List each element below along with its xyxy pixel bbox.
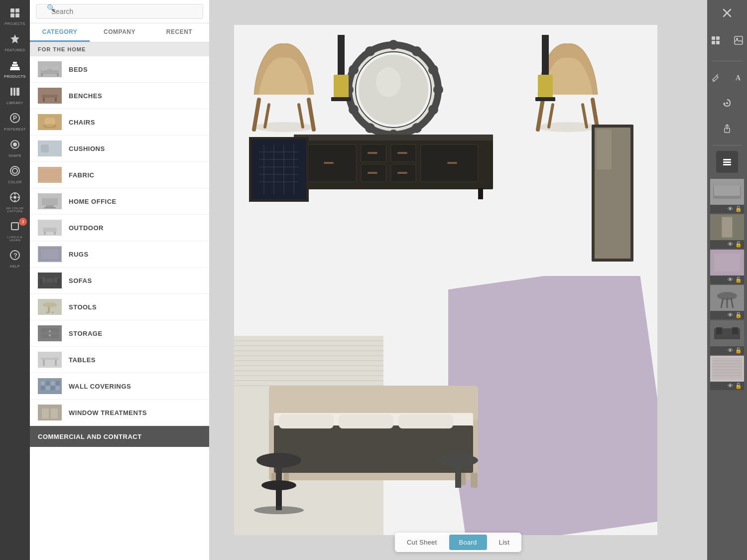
sidebar-item-products[interactable]: PRODUCTS bbox=[0, 56, 30, 82]
thumb-lock-button-3[interactable]: 🔓 bbox=[735, 277, 742, 283]
category-thumb-storage bbox=[38, 325, 62, 341]
category-item-benches[interactable]: BENCHES bbox=[30, 83, 209, 109]
svg-rect-84 bbox=[51, 409, 58, 419]
svg-rect-63 bbox=[48, 307, 50, 313]
svg-rect-195 bbox=[723, 164, 731, 165]
tab-category[interactable]: CATEGORY bbox=[30, 23, 90, 42]
thumb-eye-button-5[interactable]: 👁 bbox=[728, 347, 733, 354]
sidebar-label-ar-color: AR COLOR CAPTURE bbox=[2, 207, 28, 213]
board-button[interactable]: Board bbox=[449, 535, 487, 550]
category-item-home-office[interactable]: HOME OFFICE bbox=[30, 188, 209, 215]
image-view-button[interactable] bbox=[728, 29, 747, 51]
category-item-cushions[interactable]: CUSHIONS bbox=[30, 136, 209, 162]
grid-view-button[interactable] bbox=[705, 29, 727, 51]
sidebar-item-library[interactable]: LIBRARY bbox=[0, 82, 30, 109]
svg-rect-9 bbox=[10, 88, 12, 96]
svg-rect-58 bbox=[47, 279, 53, 282]
svg-rect-181 bbox=[716, 36, 720, 40]
thumb-image-3[interactable] bbox=[710, 250, 744, 276]
sidebar-label-library: LIBRARY bbox=[6, 101, 23, 105]
thumb-lock-button-2[interactable]: 🔓 bbox=[735, 241, 742, 248]
sidebar-label-help: HELP bbox=[10, 265, 20, 268]
category-name-benches: BENCHES bbox=[69, 92, 102, 100]
thumb-lock-button-1[interactable]: 🔓 bbox=[735, 206, 742, 212]
rotate-button[interactable] bbox=[716, 92, 738, 114]
text-button[interactable]: A bbox=[728, 67, 747, 89]
collage-board[interactable] bbox=[234, 25, 657, 535]
svg-rect-6 bbox=[12, 64, 18, 66]
sidebar-label-color: COLOR bbox=[8, 180, 21, 184]
category-item-storage[interactable]: STORAGE bbox=[30, 320, 209, 347]
category-name-rugs: RUGS bbox=[69, 251, 89, 258]
category-item-stools[interactable]: STOOLS bbox=[30, 294, 209, 320]
list-button[interactable]: List bbox=[489, 535, 519, 550]
thumb-image-4[interactable] bbox=[710, 285, 744, 311]
cut-sheet-button[interactable]: Cut Sheet bbox=[397, 535, 447, 550]
category-thumb-cushions bbox=[38, 140, 62, 156]
thumb-controls-5: 👁 🔓 bbox=[710, 346, 744, 355]
svg-line-205 bbox=[731, 298, 733, 308]
svg-rect-10 bbox=[13, 88, 15, 96]
svg-rect-194 bbox=[723, 161, 731, 163]
svg-rect-34 bbox=[55, 98, 57, 102]
svg-point-121 bbox=[365, 46, 375, 56]
tab-company[interactable]: COMPANY bbox=[90, 23, 149, 42]
thumb-image-5[interactable] bbox=[710, 320, 744, 346]
category-item-fabric[interactable]: FABRIC bbox=[30, 162, 209, 188]
thumb-eye-button-6[interactable]: 👁 bbox=[728, 383, 733, 389]
color-icon bbox=[9, 165, 20, 179]
svg-point-15 bbox=[13, 142, 17, 146]
thumb-image-6[interactable] bbox=[710, 356, 744, 382]
layers-button[interactable] bbox=[716, 151, 738, 173]
sidebar-item-projects[interactable]: PROJECTS bbox=[0, 4, 30, 29]
icon-sidebar: PROJECTS FEATURED PRODUCTS bbox=[0, 0, 30, 560]
category-item-tables[interactable]: TABLES bbox=[30, 347, 209, 373]
svg-text:P: P bbox=[13, 115, 17, 122]
svg-rect-24 bbox=[11, 223, 18, 230]
thumb-eye-button-2[interactable]: 👁 bbox=[728, 241, 733, 248]
svg-rect-166 bbox=[398, 415, 453, 428]
category-item-wall-coverings[interactable]: WALL COVERINGS bbox=[30, 373, 209, 400]
sidebar-item-pinterest[interactable]: P PINTEREST bbox=[0, 109, 30, 135]
category-name-storage: STORAGE bbox=[69, 330, 103, 337]
thumb-eye-button-4[interactable]: 👁 bbox=[728, 312, 733, 318]
sidebar-item-lunch[interactable]: 3 LUNCH & LEARN bbox=[0, 217, 30, 246]
thumb-image-1[interactable] bbox=[710, 179, 744, 205]
svg-rect-127 bbox=[542, 35, 549, 75]
share-button[interactable] bbox=[716, 118, 738, 140]
tab-recent[interactable]: RECENT bbox=[149, 23, 209, 42]
board-toolbar: Cut Sheet Board List bbox=[395, 533, 521, 552]
sidebar-item-shape[interactable]: SHAPE bbox=[0, 135, 30, 161]
divider-2 bbox=[712, 145, 742, 145]
sidebar-label-featured: FEATURED bbox=[4, 48, 25, 52]
sidebar-item-color[interactable]: COLOR bbox=[0, 161, 30, 188]
svg-point-69 bbox=[49, 334, 51, 336]
thumb-lock-button-4[interactable]: 🔓 bbox=[735, 312, 742, 318]
thumb-eye-button-3[interactable]: 👁 bbox=[728, 277, 733, 283]
thumb-lock-button-6[interactable]: 🔓 bbox=[735, 383, 742, 389]
sidebar-item-ar-color[interactable]: AR COLOR CAPTURE bbox=[0, 188, 30, 217]
board-area[interactable]: Cut Sheet Board List bbox=[209, 0, 707, 560]
sidebar-item-featured[interactable]: FEATURED bbox=[0, 29, 30, 56]
svg-rect-182 bbox=[712, 41, 715, 44]
search-input[interactable] bbox=[36, 4, 203, 19]
svg-rect-46 bbox=[42, 198, 58, 205]
close-panel-button[interactable] bbox=[718, 4, 736, 22]
thumb-eye-button-1[interactable]: 👁 bbox=[728, 206, 733, 212]
category-item-outdoor[interactable]: OUTDOOR bbox=[30, 215, 209, 241]
svg-point-177 bbox=[254, 506, 304, 514]
svg-rect-7 bbox=[13, 62, 17, 64]
sidebar-item-help[interactable]: ? HELP bbox=[0, 246, 30, 272]
edit-button[interactable] bbox=[705, 67, 727, 89]
section-commercial[interactable]: COMMERCIAL AND CONTRACT bbox=[30, 426, 209, 447]
chair-left-item bbox=[244, 35, 324, 135]
category-item-beds[interactable]: BEDS bbox=[30, 56, 209, 83]
category-item-chairs[interactable]: CHAIRS bbox=[30, 109, 209, 136]
category-item-sofas[interactable]: SOFAS bbox=[30, 268, 209, 294]
svg-text:A: A bbox=[736, 74, 741, 82]
thumb-controls-1: 👁 🔓 bbox=[710, 205, 744, 213]
category-item-rugs[interactable]: RUGS bbox=[30, 241, 209, 268]
thumb-image-2[interactable] bbox=[710, 214, 744, 240]
thumb-lock-button-5[interactable]: 🔓 bbox=[735, 347, 742, 354]
category-item-window-treatments[interactable]: WINDOW TREATMENTS bbox=[30, 400, 209, 426]
